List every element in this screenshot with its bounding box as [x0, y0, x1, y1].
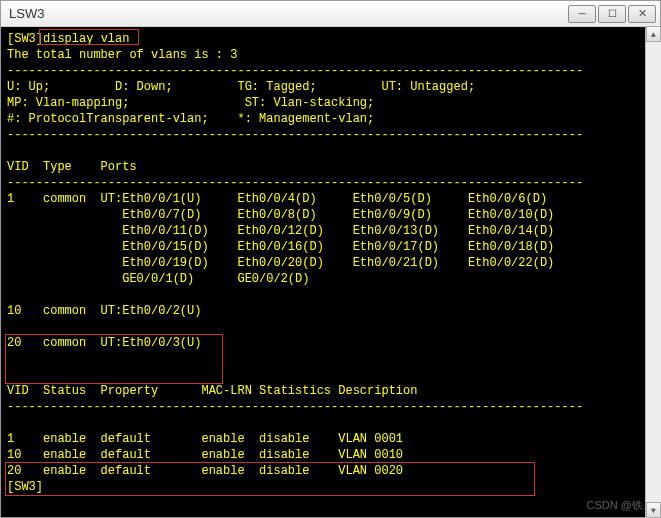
maximize-button[interactable]: ☐	[598, 5, 626, 23]
scroll-up-button[interactable]: ▲	[646, 26, 661, 42]
divider-line: ----------------------------------------…	[7, 128, 583, 142]
legend-line-1: U: Up; D: Down; TG: Tagged; UT: Untagged…	[7, 80, 475, 94]
prompt: [SW3]	[7, 32, 43, 46]
scrollbar[interactable]: ▲ ▼	[645, 26, 661, 518]
watermark: CSDN @铁…	[587, 497, 654, 513]
terminal[interactable]: [SW3]display vlan The total number of vl…	[1, 27, 660, 517]
command-text: display vlan	[43, 32, 129, 46]
legend-line-3: #: ProtocolTransparent-vlan; *: Manageme…	[7, 112, 374, 126]
status-rows: 1 enable default enable disable VLAN 000…	[7, 432, 403, 478]
scroll-track[interactable]	[646, 42, 661, 502]
divider-line: ----------------------------------------…	[7, 64, 583, 78]
app-window: LSW3 ─ ☐ ✕ [SW3]display vlan The total n…	[0, 0, 661, 518]
minimize-button[interactable]: ─	[568, 5, 596, 23]
titlebar: LSW3 ─ ☐ ✕	[1, 1, 660, 27]
divider-line: ----------------------------------------…	[7, 176, 583, 190]
scroll-down-button[interactable]: ▼	[646, 502, 661, 518]
window-title: LSW3	[9, 6, 44, 21]
divider-line: ----------------------------------------…	[7, 400, 583, 414]
table-header-status: VID Status Property MAC-LRN Statistics D…	[7, 384, 417, 398]
table-header-ports: VID Type Ports	[7, 160, 137, 174]
window-controls: ─ ☐ ✕	[568, 5, 656, 23]
total-vlans-line: The total number of vlans is : 3	[7, 48, 237, 62]
table-row: 1 common UT:Eth0/0/1(U) Eth0/0/4(D) Eth0…	[7, 192, 554, 350]
legend-line-2: MP: Vlan-mapping; ST: Vlan-stacking;	[7, 96, 374, 110]
end-prompt: [SW3]	[7, 480, 43, 494]
close-button[interactable]: ✕	[628, 5, 656, 23]
